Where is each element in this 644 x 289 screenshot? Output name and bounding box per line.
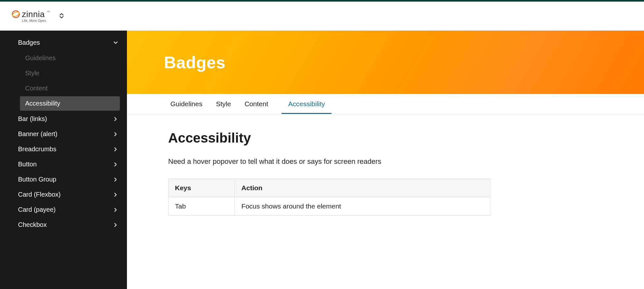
sidebar-item-card-flexbox[interactable]: Card (Flexbox) <box>0 187 127 202</box>
sidebar-item-banner-alert[interactable]: Banner (alert) <box>0 126 127 142</box>
tab-content[interactable]: Content <box>245 95 268 114</box>
chevron-right-icon <box>113 177 119 182</box>
brand-mark-icon <box>12 10 20 18</box>
brand-logo[interactable]: zinnia ™ Life, More Open. <box>12 10 50 23</box>
chevron-right-icon <box>113 131 119 137</box>
sidebar-item-bar-links[interactable]: Bar (links) <box>0 111 127 126</box>
page-title: Badges <box>164 53 226 72</box>
sidebar-item-label: Bar (links) <box>18 115 47 123</box>
sidebar-nav: Badges Guidelines Style Content Accessib… <box>0 31 127 289</box>
sidebar-item-breadcrumbs[interactable]: Breadcrumbs <box>0 142 127 157</box>
sidebar-item-badges[interactable]: Badges <box>0 35 127 50</box>
tab-guidelines[interactable]: Guidelines <box>170 95 202 114</box>
table-header-row: Keys Action <box>168 179 490 197</box>
table-cell-key: Tab <box>168 197 235 216</box>
chevron-right-icon <box>113 162 119 167</box>
table-row: Tab Focus shows around the element <box>168 197 490 216</box>
chevron-right-icon <box>113 192 119 198</box>
sidebar-item-card-payee[interactable]: Card (payee) <box>0 202 127 217</box>
sidebar-item-label: Badges <box>18 39 40 46</box>
table-cell-action: Focus shows around the element <box>235 197 490 216</box>
chevron-right-icon <box>113 222 119 228</box>
chevron-right-icon <box>113 146 119 152</box>
sidebar-item-label: Button Group <box>18 176 56 183</box>
sidebar-item-button-group[interactable]: Button Group <box>0 172 127 187</box>
app-header: zinnia ™ Life, More Open. <box>0 2 644 31</box>
chevron-right-icon <box>113 207 119 213</box>
sidebar-subitem-content[interactable]: Content <box>20 81 120 96</box>
chevron-down-icon <box>113 40 119 46</box>
sidebar-item-button[interactable]: Button <box>0 157 127 172</box>
sidebar-item-checkbox[interactable]: Checkbox <box>0 217 127 232</box>
section-description: Need a hover popover to tell what it doe… <box>168 157 625 166</box>
theme-switcher[interactable] <box>58 13 65 20</box>
brand-name: zinnia <box>22 10 45 18</box>
content-tabs: Guidelines Style Content Accessibility <box>127 94 644 114</box>
sidebar-subitem-guidelines[interactable]: Guidelines <box>20 51 120 65</box>
tab-style[interactable]: Style <box>216 95 231 114</box>
tab-panel: Accessibility Need a hover popover to te… <box>127 114 644 228</box>
sidebar-item-label: Card (payee) <box>18 206 56 213</box>
section-heading: Accessibility <box>168 130 625 146</box>
sidebar-item-label: Banner (alert) <box>18 130 57 138</box>
keyboard-table: Keys Action Tab Focus shows around the e… <box>168 179 490 216</box>
sidebar-item-label: Breadcrumbs <box>18 145 56 153</box>
sidebar-item-label: Card (Flexbox) <box>18 191 61 198</box>
main-content: Badges Guidelines Style Content Accessib… <box>127 31 644 289</box>
brand-tagline: Life, More Open. <box>12 19 50 23</box>
chevron-right-icon <box>113 116 119 122</box>
table-header-keys: Keys <box>168 179 235 197</box>
sidebar-subitem-style[interactable]: Style <box>20 66 120 80</box>
tab-accessibility[interactable]: Accessibility <box>282 95 331 114</box>
page-hero: Badges <box>127 31 644 94</box>
trademark-icon: ™ <box>47 11 50 14</box>
sidebar-item-label: Button <box>18 161 37 168</box>
table-header-action: Action <box>235 179 490 197</box>
sidebar-subitem-accessibility[interactable]: Accessibility <box>20 96 120 111</box>
sidebar-item-label: Checkbox <box>18 221 47 228</box>
